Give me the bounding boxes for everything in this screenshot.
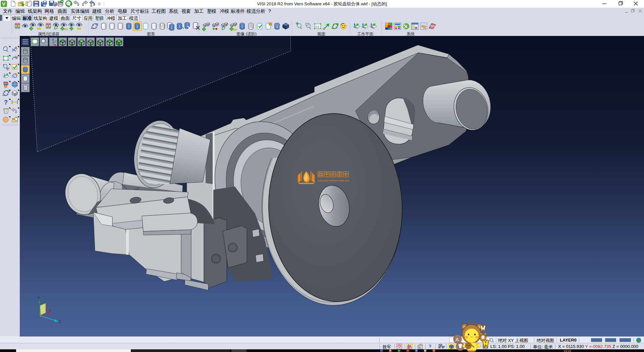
svg-text:INTELLIGENT MANUFACTURING DATA: INTELLIGENT MANUFACTURING DATA [318,180,350,182]
svg-text:1:1: 1:1 [315,25,319,28]
svg-text:id: id [419,346,421,349]
svg-text:V: V [2,1,6,7]
svg-text:?: ? [4,99,8,106]
svg-text:X: X [49,309,51,312]
svg-text:A: A [455,337,459,342]
svg-text:Z: Z [59,320,61,324]
svg-text:Y: Y [38,296,40,300]
